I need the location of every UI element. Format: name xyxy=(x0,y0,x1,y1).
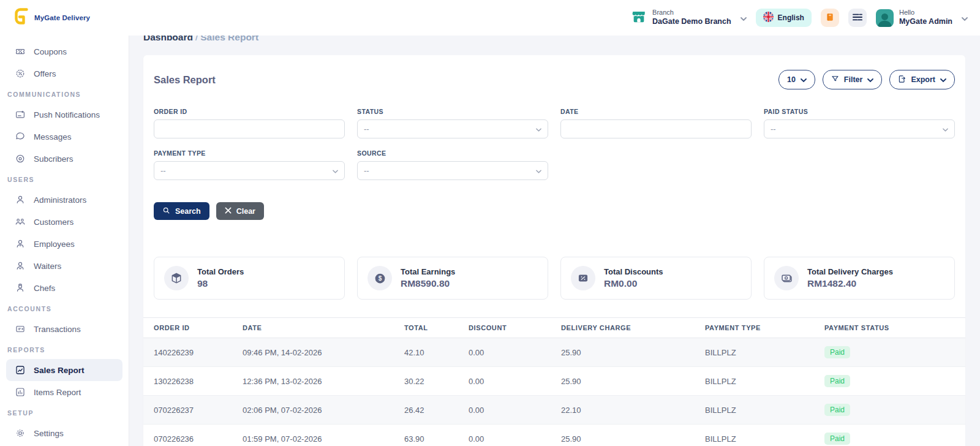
sales-table: ORDER ID DATE TOTAL DISCOUNT DELIVERY CH… xyxy=(143,317,965,446)
sidebar-item-coupons[interactable]: Coupons xyxy=(6,40,123,62)
stat-value: 98 xyxy=(197,278,244,289)
sidebar-item-administrators[interactable]: Administrators xyxy=(6,189,123,211)
sidebar-item-settings[interactable]: Settings xyxy=(6,422,123,444)
chevron-down-icon xyxy=(333,166,338,175)
order-id-label: ORDER ID xyxy=(154,108,345,115)
uk-flag-icon xyxy=(763,12,774,25)
docs-button[interactable] xyxy=(821,9,839,27)
table-row[interactable]: 070226237 02:06 PM, 07-02-2026 26.42 0.0… xyxy=(143,396,965,425)
dollar-coin-icon: $ xyxy=(368,266,392,290)
stat-value: RM0.00 xyxy=(604,278,663,289)
sidebar-item-push-notifications[interactable]: Push Notifications xyxy=(6,104,123,126)
col-delivery-charge: DELIVERY CHARGE xyxy=(556,318,700,338)
table-row[interactable]: 140226239 09:46 PM, 14-02-2026 42.10 0.0… xyxy=(143,338,965,367)
table-row[interactable]: 130226238 12:36 PM, 13-02-2026 30.22 0.0… xyxy=(143,367,965,396)
sidebar-section-accounts: ACCOUNTS xyxy=(0,299,129,318)
svg-text:$: $ xyxy=(378,275,382,282)
sidebar-item-label: Sales Report xyxy=(34,366,85,375)
breadcrumb-separator: / xyxy=(193,36,200,42)
cell-discount: 0.00 xyxy=(464,396,556,425)
sidebar-item-label: Coupons xyxy=(34,47,67,56)
order-id-input[interactable] xyxy=(154,119,345,138)
cash-icon xyxy=(774,266,799,290)
cell-date: 01:59 PM, 07-02-2026 xyxy=(238,425,399,446)
chevron-down-icon xyxy=(801,75,807,84)
sidebar-item-label: Employees xyxy=(34,240,75,249)
col-payment-type: PAYMENT TYPE xyxy=(700,318,820,338)
language-selector[interactable]: English xyxy=(756,9,812,27)
search-button[interactable]: Search xyxy=(154,202,209,220)
branch-selector[interactable]: Branch DaGate Demo Branch xyxy=(631,9,747,27)
sidebar-item-label: Chefs xyxy=(34,284,55,293)
col-payment-status: PAYMENT STATUS xyxy=(820,318,965,338)
stat-label: Total Delivery Charges xyxy=(807,267,893,276)
users-group-icon xyxy=(15,216,26,227)
sidebar-item-offers[interactable]: Offers xyxy=(6,62,123,85)
ticket-icon xyxy=(15,46,26,57)
sidebar-item-sales-report[interactable]: Sales Report xyxy=(6,359,123,381)
sidebar-item-transactions[interactable]: Transactions xyxy=(6,318,123,340)
cell-discount: 0.00 xyxy=(464,367,556,396)
payment-type-select[interactable]: -- xyxy=(154,161,345,180)
col-order-id: ORDER ID xyxy=(143,318,238,338)
sidebar-item-waiters[interactable]: Waiters xyxy=(6,255,123,277)
sidebar-item-messages[interactable]: Messages xyxy=(6,126,123,148)
chevron-down-icon xyxy=(536,166,541,175)
breadcrumb-current: Sales Report xyxy=(200,36,258,42)
bar-chart-icon xyxy=(15,387,26,398)
status-label: STATUS xyxy=(357,108,548,115)
payment-type-value: -- xyxy=(160,166,166,175)
filter-button[interactable]: Filter xyxy=(823,70,883,89)
user-name: MyGate Admin xyxy=(899,17,952,27)
stat-label: Total Earnings xyxy=(401,267,455,276)
source-select[interactable]: -- xyxy=(357,161,548,180)
branch-name: DaGate Demo Branch xyxy=(652,17,731,27)
sidebar-item-label: Push Notifications xyxy=(34,110,100,119)
breadcrumb-dashboard[interactable]: Dashboard xyxy=(143,36,193,42)
cell-order-id: 140226239 xyxy=(143,338,238,367)
storefront-icon xyxy=(631,9,647,27)
topbar: MyGate Delivery Branch DaGate Demo Branc… xyxy=(0,0,980,36)
search-icon xyxy=(162,206,170,216)
sidebar-item-label: Waiters xyxy=(34,262,61,271)
sidebar-item-label: Messages xyxy=(34,132,72,142)
sidebar-item-subcribers[interactable]: Subcribers xyxy=(6,148,123,170)
chevron-down-icon xyxy=(940,75,946,84)
stat-value: RM1482.40 xyxy=(807,278,893,289)
chevron-down-icon xyxy=(962,12,968,23)
col-discount: DISCOUNT xyxy=(464,318,556,338)
cell-delivery-charge: 25.90 xyxy=(556,425,700,446)
export-button[interactable]: Export xyxy=(889,70,955,89)
target-icon xyxy=(15,153,26,164)
table-row[interactable]: 070226236 01:59 PM, 07-02-2026 63.90 0.0… xyxy=(143,425,965,446)
user-menu[interactable]: Hello MyGate Admin xyxy=(876,9,968,26)
status-select[interactable]: -- xyxy=(357,119,548,138)
paid-status-select[interactable]: -- xyxy=(764,119,955,138)
activity-log-button[interactable] xyxy=(848,9,867,27)
status-badge: Paid xyxy=(824,433,850,445)
cell-discount: 0.00 xyxy=(464,425,556,446)
cell-total: 26.42 xyxy=(399,396,464,425)
employee-icon xyxy=(15,238,26,249)
cell-delivery-charge: 25.90 xyxy=(556,338,700,367)
language-label: English xyxy=(778,13,804,22)
sidebar-item-chefs[interactable]: Chefs xyxy=(6,277,123,299)
cell-payment-type: BILLPLZ xyxy=(700,338,820,367)
app-logo[interactable]: MyGate Delivery xyxy=(0,7,129,28)
sidebar-item-items-report[interactable]: Items Report xyxy=(6,381,123,403)
chat-icon xyxy=(15,131,26,142)
sidebar-item-label: Transactions xyxy=(34,325,81,334)
sidebar-item-employees[interactable]: Employees xyxy=(6,233,123,255)
clear-button[interactable]: Clear xyxy=(216,202,264,220)
cell-order-id: 070226236 xyxy=(143,425,238,446)
table-header-row: ORDER ID DATE TOTAL DISCOUNT DELIVERY CH… xyxy=(143,318,965,338)
page-size-select[interactable]: 10 xyxy=(778,70,815,89)
source-value: -- xyxy=(364,166,369,175)
funnel-icon xyxy=(831,75,839,85)
brand-name: MyGate Delivery xyxy=(34,14,90,21)
page-size-value: 10 xyxy=(787,75,796,84)
chef-icon xyxy=(15,282,26,293)
sidebar-item-customers[interactable]: Customers xyxy=(6,211,123,233)
date-input[interactable] xyxy=(560,119,752,138)
logo-icon xyxy=(13,7,30,28)
